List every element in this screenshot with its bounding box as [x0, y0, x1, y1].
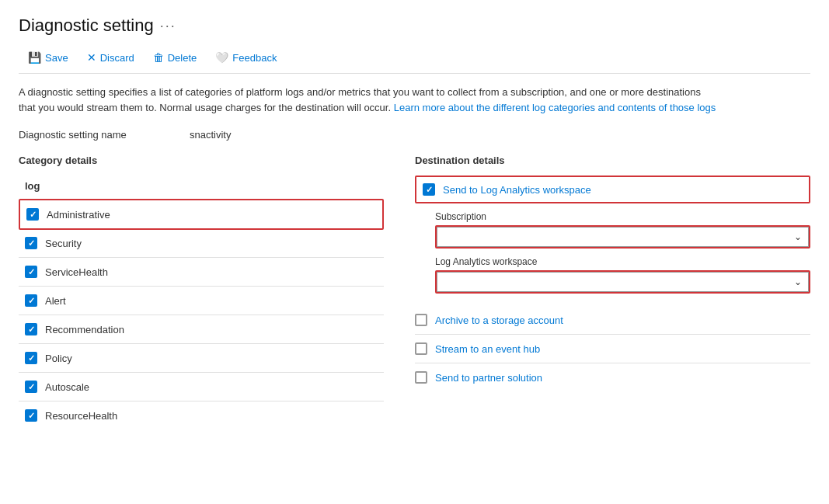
category-details-title: Category details [19, 155, 384, 166]
log-analytics-label: Send to Log Analytics workspace [443, 184, 591, 196]
subscription-dropdown-wrapper: ⌄ [435, 225, 810, 249]
description: A diagnostic setting specifies a list of… [19, 85, 718, 115]
delete-button[interactable]: 🗑 Delete [144, 48, 207, 67]
checkbox-security[interactable] [25, 237, 37, 249]
setting-name-label: Diagnostic setting name [19, 129, 190, 141]
subscription-dropdown[interactable]: ⌄ [437, 227, 809, 247]
workspace-label: Log Analytics workspace [435, 256, 810, 267]
log-item[interactable]: Recommendation [19, 315, 384, 344]
log-item[interactable]: ResourceHealth [19, 401, 384, 429]
page-title-ellipsis: ··· [160, 18, 176, 34]
setting-name-value: snactivity [190, 129, 231, 141]
log-item-label: ResourceHealth [45, 410, 117, 422]
dest-option-log-analytics[interactable]: Send to Log Analytics workspace [415, 176, 810, 203]
log-item-label: Alert [45, 295, 66, 307]
workspace-dropdown[interactable]: ⌄ [437, 272, 809, 292]
discard-icon: ✕ [87, 51, 96, 64]
log-item-label: Policy [45, 353, 72, 364]
checkbox-partner[interactable] [415, 371, 427, 384]
learn-more-link[interactable]: Learn more about the different log categ… [394, 102, 716, 113]
checkbox-servicehealth[interactable] [25, 266, 37, 278]
checkbox-storage[interactable] [415, 314, 427, 326]
checkbox-policy[interactable] [25, 352, 37, 364]
eventhub-label: Stream to an event hub [435, 343, 540, 355]
log-item[interactable]: Autoscale [19, 373, 384, 401]
subscription-group: Subscription ⌄ [415, 211, 810, 249]
setting-name-row: Diagnostic setting name snactivity [19, 129, 810, 141]
left-panel: Category details log Administrative Secu… [19, 155, 407, 429]
dest-option-eventhub[interactable]: Stream to an event hub [415, 335, 810, 363]
log-item[interactable]: Security [19, 229, 384, 258]
log-item[interactable]: Administrative [19, 199, 384, 230]
storage-label: Archive to a storage account [435, 315, 563, 326]
checkbox-administrative[interactable] [26, 208, 39, 221]
feedback-icon: 🤍 [215, 51, 228, 64]
delete-icon: 🗑 [153, 51, 164, 64]
page-title: Diagnostic setting ··· [19, 16, 810, 36]
workspace-group: Log Analytics workspace ⌄ [415, 256, 810, 294]
log-item[interactable]: ServiceHealth [19, 258, 384, 287]
log-item-label: Security [45, 238, 82, 249]
log-header: log [19, 176, 384, 196]
dest-option-storage[interactable]: Archive to a storage account [415, 306, 810, 335]
feedback-button[interactable]: 🤍 Feedback [206, 48, 286, 67]
log-item-label: Recommendation [45, 324, 124, 335]
checkbox-autoscale[interactable] [25, 381, 37, 393]
chevron-down-icon: ⌄ [794, 276, 802, 287]
checkbox-resourcehealth[interactable] [25, 409, 37, 422]
log-item-label: Autoscale [45, 381, 89, 393]
main-content: Category details log Administrative Secu… [19, 155, 810, 429]
log-item[interactable]: Alert [19, 287, 384, 315]
partner-label: Send to partner solution [435, 372, 542, 384]
log-item[interactable]: Policy [19, 344, 384, 373]
save-button[interactable]: 💾 Save [19, 48, 78, 67]
right-panel: Destination details Send to Log Analytic… [407, 155, 810, 429]
log-item-label: ServiceHealth [45, 266, 108, 278]
subscription-label: Subscription [435, 211, 810, 222]
checkbox-alert[interactable] [25, 294, 37, 307]
destination-details-title: Destination details [415, 155, 810, 166]
checkbox-eventhub[interactable] [415, 342, 427, 355]
checkbox-log-analytics[interactable] [423, 183, 435, 196]
chevron-down-icon: ⌄ [794, 231, 802, 242]
toolbar: 💾 Save ✕ Discard 🗑 Delete 🤍 Feedback [19, 48, 810, 74]
checkbox-recommendation[interactable] [25, 323, 37, 335]
log-item-label: Administrative [47, 209, 110, 221]
dest-option-partner[interactable]: Send to partner solution [415, 363, 810, 391]
discard-button[interactable]: ✕ Discard [78, 48, 144, 67]
workspace-dropdown-wrapper: ⌄ [435, 270, 810, 294]
save-icon: 💾 [28, 51, 41, 64]
